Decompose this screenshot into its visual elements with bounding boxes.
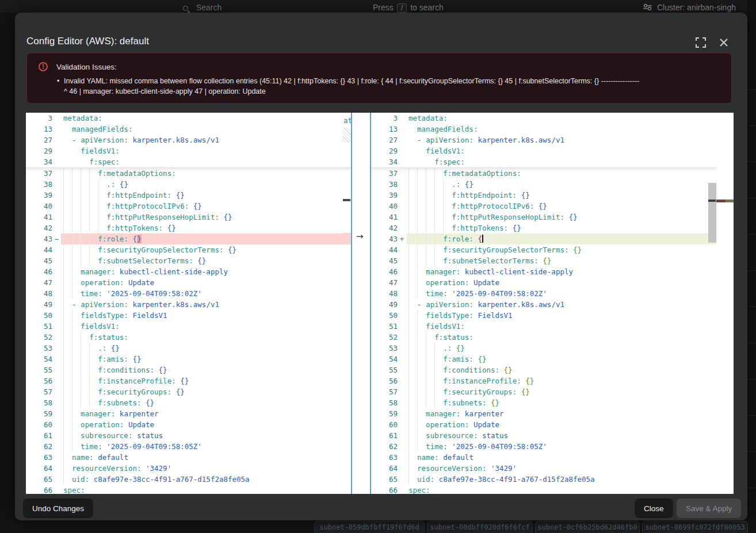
code-line[interactable]: 40 f:httpProtocolIPv6: {} xyxy=(371,201,716,212)
code-line[interactable]: 65 uid: c8afe97e-38cc-4f91-a767-d15f2a8f… xyxy=(371,474,716,485)
code-content: manager: kubectl-client-side-apply xyxy=(61,266,351,277)
code-line[interactable]: 39 f:httpEndpoint: {} xyxy=(371,190,716,201)
code-line[interactable]: 34 f:spec: xyxy=(26,156,351,167)
code-line[interactable]: 58 f:subnets: {} xyxy=(26,397,351,408)
code-line[interactable]: 39 f:httpEndpoint: {} xyxy=(26,190,351,201)
code-line[interactable]: 53 .: {} xyxy=(371,343,716,354)
code-line[interactable]: 27 - apiVersion: karpenter.k8s.aws/v1 xyxy=(26,135,351,145)
code-line[interactable]: 29 fieldsV1: xyxy=(26,145,351,156)
code-line[interactable]: 57 f:securityGroups: {} xyxy=(371,386,716,397)
code-content: resourceVersion: '3429' xyxy=(406,463,716,474)
diff-pane-modified[interactable]: 3metadata:13 managedFields:27 - apiVersi… xyxy=(371,113,716,494)
decorations-overview-ruler[interactable] xyxy=(716,183,734,243)
code-line[interactable]: 52 f:status: xyxy=(26,332,351,343)
code-line[interactable]: 45 f:subnetSelectorTerms: {} xyxy=(371,255,716,266)
code-line[interactable]: 54 f:amis: {} xyxy=(371,354,716,365)
code-line[interactable]: 38 .: {} xyxy=(371,179,716,190)
code-line[interactable]: 61 subresource: status xyxy=(371,430,716,441)
revert-change-arrow-icon[interactable]: → xyxy=(356,231,364,241)
vertical-scrollbar[interactable] xyxy=(708,183,716,243)
code-line[interactable]: 59 manager: karpenter xyxy=(371,408,716,419)
code-line[interactable]: 13 managedFields: xyxy=(371,124,716,135)
code-line[interactable]: 3metadata: xyxy=(26,113,351,124)
code-line[interactable]: 45 f:subnetSelectorTerms: {} xyxy=(26,255,351,266)
code-line[interactable]: 47 operation: Update xyxy=(26,277,351,288)
code-line[interactable]: 48 time: '2025-09-04T09:58:02Z' xyxy=(26,288,351,299)
code-line[interactable]: 37 f:metadataOptions: xyxy=(371,168,716,179)
indent-guide xyxy=(63,190,64,201)
code-line[interactable]: 62 time: '2025-09-04T09:58:05Z' xyxy=(26,441,351,452)
code-line[interactable]: 27 - apiVersion: karpenter.k8s.aws/v1 xyxy=(371,135,716,145)
code-line[interactable]: 61 subresource: status xyxy=(26,430,351,441)
code-line[interactable]: 37 f:metadataOptions: xyxy=(26,168,351,179)
code-line[interactable]: 60 operation: Update xyxy=(26,419,351,430)
code-line[interactable]: 34 f:spec: xyxy=(371,156,716,167)
search-input[interactable]: Search xyxy=(183,3,222,12)
yaml-diff-editor[interactable]: 3metadata:13 managedFields:27 - apiVersi… xyxy=(26,113,734,494)
code-line[interactable]: 42 f:httpTokens: {} xyxy=(371,223,716,233)
indent-guide xyxy=(426,365,426,375)
code-line[interactable]: 56 f:instanceProfile: {} xyxy=(371,375,716,386)
code-line[interactable]: 49 - apiVersion: karpenter.k8s.aws/v1 xyxy=(26,299,351,310)
code-line[interactable]: 38 .: {} xyxy=(26,179,351,190)
code-line[interactable]: 53 .: {} xyxy=(26,343,351,354)
code-content: subresource: status xyxy=(406,430,716,441)
code-line[interactable]: 59 manager: karpenter xyxy=(26,408,351,419)
code-line[interactable]: 55 f:conditions: {} xyxy=(26,365,351,375)
code-line[interactable]: 48 time: '2025-09-04T09:58:02Z' xyxy=(371,288,716,299)
close-icon[interactable] xyxy=(718,37,730,48)
indent-guide xyxy=(89,223,90,233)
code-line[interactable]: 47 operation: Update xyxy=(371,277,716,288)
code-line[interactable]: 50 fieldsType: FieldsV1 xyxy=(371,310,716,321)
code-line[interactable]: 40 f:httpProtocolIPv6: {} xyxy=(26,201,351,212)
code-line[interactable]: 43− f:role: {} xyxy=(26,233,351,244)
code-line[interactable]: 44 f:securityGroupSelectorTerms: {} xyxy=(26,244,351,255)
indent-guide xyxy=(408,288,409,299)
code-line[interactable]: 44 f:securityGroupSelectorTerms: {} xyxy=(371,244,716,255)
code-line[interactable]: 63 name: default xyxy=(26,452,351,463)
indent-guide xyxy=(63,365,64,375)
line-number: 27 xyxy=(371,135,398,145)
diff-splitter[interactable]: → xyxy=(351,113,371,494)
code-line[interactable]: 64 resourceVersion: '3429' xyxy=(371,463,716,474)
code-line[interactable]: 66spec: xyxy=(26,485,351,494)
code-line[interactable]: 65 uid: c8afe97e-38cc-4f91-a767-d15f2a8f… xyxy=(26,474,351,485)
diff-marker xyxy=(52,441,61,452)
diff-marker xyxy=(52,343,61,354)
code-line[interactable]: 43+ f:role: { xyxy=(371,233,716,244)
code-line[interactable]: 66spec: xyxy=(371,485,716,494)
code-line[interactable]: 55 f:conditions: {} xyxy=(371,365,716,375)
save-apply-button[interactable]: Save & Apply xyxy=(677,499,741,518)
code-line[interactable]: 58 f:subnets: {} xyxy=(371,397,716,408)
line-number: 53 xyxy=(371,343,398,354)
cluster-selector[interactable]: Cluster: anirban-singh xyxy=(643,3,736,12)
code-line[interactable]: 52 f:status: xyxy=(371,332,716,343)
code-line[interactable]: 46 manager: kubectl-client-side-apply xyxy=(371,266,716,277)
code-line[interactable]: 3metadata: xyxy=(371,113,716,124)
code-line[interactable]: 49 - apiVersion: karpenter.k8s.aws/v1 xyxy=(371,299,716,310)
close-button[interactable]: Close xyxy=(635,499,673,518)
code-line[interactable]: 29 fieldsV1: xyxy=(371,145,716,156)
code-line[interactable]: 41 f:httpPutResponseHopLimit: {} xyxy=(371,212,716,223)
undo-changes-button[interactable]: Undo Changes xyxy=(23,499,93,518)
diff-pane-original[interactable]: 3metadata:13 managedFields:27 - apiVersi… xyxy=(26,113,351,494)
code-line[interactable]: 62 time: '2025-09-04T09:58:05Z' xyxy=(371,441,716,452)
text-cursor xyxy=(482,235,483,243)
code-line[interactable]: 60 operation: Update xyxy=(371,419,716,430)
code-line[interactable]: 42 f:httpTokens: {} xyxy=(26,223,351,233)
code-line[interactable]: 51 fieldsV1: xyxy=(26,321,351,332)
code-line[interactable]: 46 manager: kubectl-client-side-apply xyxy=(26,266,351,277)
code-line[interactable]: 57 f:securityGroups: {} xyxy=(26,386,351,397)
code-line[interactable]: 50 fieldsType: FieldsV1 xyxy=(26,310,351,321)
fullscreen-icon[interactable] xyxy=(695,37,707,48)
code-line[interactable]: 54 f:amis: {} xyxy=(26,354,351,365)
code-line[interactable]: 56 f:instanceProfile: {} xyxy=(26,375,351,386)
indent-guide xyxy=(417,310,418,321)
code-line[interactable]: 41 f:httpPutResponseHopLimit: {} xyxy=(26,212,351,223)
code-line[interactable]: 13 managedFields: xyxy=(26,124,351,135)
code-line[interactable]: 64 resourceVersion: '3429' xyxy=(26,463,351,474)
indent-guide xyxy=(63,452,64,463)
code-content: spec: xyxy=(61,485,351,494)
code-line[interactable]: 51 fieldsV1: xyxy=(371,321,716,332)
code-line[interactable]: 63 name: default xyxy=(371,452,716,463)
